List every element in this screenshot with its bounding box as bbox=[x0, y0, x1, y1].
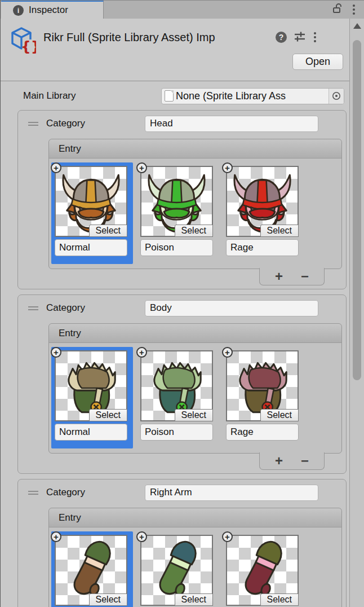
scripted-importer-cube-icon: {} bbox=[7, 25, 36, 57]
category-box-right-arm: Category Entry + Select bbox=[17, 479, 347, 607]
sprite-thumbnail[interactable]: + Select bbox=[55, 535, 127, 606]
add-overwrite-button[interactable]: + bbox=[222, 531, 233, 542]
add-overwrite-button[interactable]: + bbox=[136, 347, 147, 358]
open-button[interactable]: Open bbox=[292, 54, 343, 70]
sprite-thumbnail[interactable]: + Select bbox=[140, 535, 213, 606]
select-button[interactable]: Select bbox=[260, 225, 299, 237]
select-button[interactable]: Select bbox=[175, 409, 213, 421]
select-button[interactable]: Select bbox=[175, 225, 213, 237]
drag-handle-icon[interactable] bbox=[28, 305, 38, 312]
unlock-icon[interactable] bbox=[331, 2, 344, 17]
select-button[interactable]: Select bbox=[260, 593, 299, 606]
add-overwrite-button[interactable]: + bbox=[51, 347, 61, 358]
kebab-menu-icon[interactable] bbox=[352, 3, 356, 16]
entry-name-input[interactable] bbox=[140, 424, 213, 441]
add-overwrite-button[interactable]: + bbox=[136, 162, 147, 173]
main-library-label: Main Library bbox=[23, 90, 161, 102]
sprite-thumbnail[interactable]: + Select bbox=[226, 166, 299, 237]
entry-list-header: Entry bbox=[49, 139, 341, 159]
remove-entry-button[interactable]: − bbox=[296, 271, 313, 282]
category-label: Category bbox=[46, 302, 145, 314]
main-library-row: Main Library None (Sprite Library Ass bbox=[23, 87, 350, 104]
document-icon bbox=[165, 90, 174, 102]
entry-cell: + Select bbox=[51, 531, 133, 607]
category-name-input[interactable] bbox=[145, 300, 318, 316]
add-overwrite-button[interactable]: + bbox=[136, 531, 147, 542]
entry-list-footer: + − bbox=[259, 268, 325, 285]
add-overwrite-button[interactable]: + bbox=[222, 162, 233, 173]
entry-name-input[interactable] bbox=[140, 239, 213, 256]
category-name-input[interactable] bbox=[145, 116, 318, 132]
entry-list: Entry + Select + Sel bbox=[48, 323, 342, 454]
category-box-body: Category Entry + Select bbox=[17, 294, 347, 474]
category-label: Category bbox=[46, 118, 145, 129]
tab-bar: i Inspector bbox=[1, 0, 364, 19]
tab-inspector[interactable]: i Inspector bbox=[1, 1, 104, 19]
select-button[interactable]: Select bbox=[175, 593, 213, 606]
entry-cell: + Select bbox=[223, 347, 304, 448]
entry-name-input[interactable] bbox=[226, 239, 299, 256]
tab-label: Inspector bbox=[29, 5, 68, 16]
entry-list: Entry + Select + Sel bbox=[48, 139, 342, 269]
entry-cell: + Select bbox=[223, 162, 304, 264]
entry-cell: + Select bbox=[137, 162, 219, 264]
inspector-content: Main Library None (Sprite Library Ass Ca… bbox=[1, 81, 350, 607]
add-entry-button[interactable]: + bbox=[270, 271, 287, 282]
select-button[interactable]: Select bbox=[89, 593, 127, 606]
remove-entry-button[interactable]: − bbox=[296, 455, 313, 467]
sprite-thumbnail[interactable]: + Select bbox=[226, 350, 299, 421]
entry-cell: + Select bbox=[137, 531, 219, 607]
entry-cell: + Select bbox=[137, 347, 219, 448]
entry-list: Entry + Select + Sel bbox=[48, 508, 342, 607]
vertical-scrollbar bbox=[349, 19, 364, 607]
sprite-thumbnail[interactable]: + Select bbox=[140, 350, 213, 421]
entry-name-input[interactable] bbox=[226, 424, 299, 441]
add-overwrite-button[interactable]: + bbox=[51, 531, 61, 542]
entry-cell: + Select bbox=[223, 531, 304, 607]
add-entry-button[interactable]: + bbox=[270, 455, 287, 467]
help-icon[interactable]: ? bbox=[276, 32, 287, 43]
select-button[interactable]: Select bbox=[89, 225, 127, 237]
kebab-menu-icon[interactable] bbox=[313, 31, 317, 43]
category-label: Category bbox=[46, 487, 145, 498]
inspector-window: i Inspector {} Rikr Full (Sprite Library… bbox=[0, 0, 364, 607]
sprite-thumbnail[interactable]: + Select bbox=[55, 166, 127, 237]
entry-list-header: Entry bbox=[49, 508, 341, 527]
importer-header: {} Rikr Full (Sprite Library Asset) Imp … bbox=[1, 19, 364, 81]
entry-list-footer: + − bbox=[259, 452, 325, 470]
entry-name-input[interactable] bbox=[55, 239, 127, 256]
select-button[interactable]: Select bbox=[89, 409, 127, 421]
main-library-object-field[interactable]: None (Sprite Library Ass bbox=[161, 88, 344, 104]
entry-cell: + Select bbox=[51, 347, 133, 448]
scroll-up-arrow-icon[interactable] bbox=[353, 23, 361, 29]
select-button[interactable]: Select bbox=[260, 409, 299, 421]
entry-list-header: Entry bbox=[49, 324, 341, 343]
drag-handle-icon[interactable] bbox=[28, 120, 38, 127]
add-overwrite-button[interactable]: + bbox=[51, 162, 61, 173]
object-picker-icon[interactable] bbox=[329, 89, 344, 104]
scrollbar-thumb[interactable] bbox=[353, 40, 361, 380]
sprite-thumbnail[interactable]: + Select bbox=[55, 350, 127, 421]
category-box-head: Category Entry + Select bbox=[17, 110, 347, 289]
entry-cell: + Select bbox=[51, 162, 133, 264]
drag-handle-icon[interactable] bbox=[28, 489, 38, 496]
sprite-thumbnail[interactable]: + Select bbox=[140, 166, 213, 237]
asset-title: Rikr Full (Sprite Library Asset) Imp bbox=[43, 31, 276, 44]
svg-text:{}: {} bbox=[21, 38, 36, 55]
add-overwrite-button[interactable]: + bbox=[222, 347, 233, 358]
sprite-thumbnail[interactable]: + Select bbox=[226, 535, 299, 606]
object-field-value: None (Sprite Library Ass bbox=[174, 90, 329, 102]
presets-sliders-icon[interactable] bbox=[294, 30, 306, 45]
info-icon: i bbox=[13, 5, 24, 16]
entry-name-input[interactable] bbox=[55, 424, 127, 441]
category-name-input[interactable] bbox=[145, 485, 318, 501]
